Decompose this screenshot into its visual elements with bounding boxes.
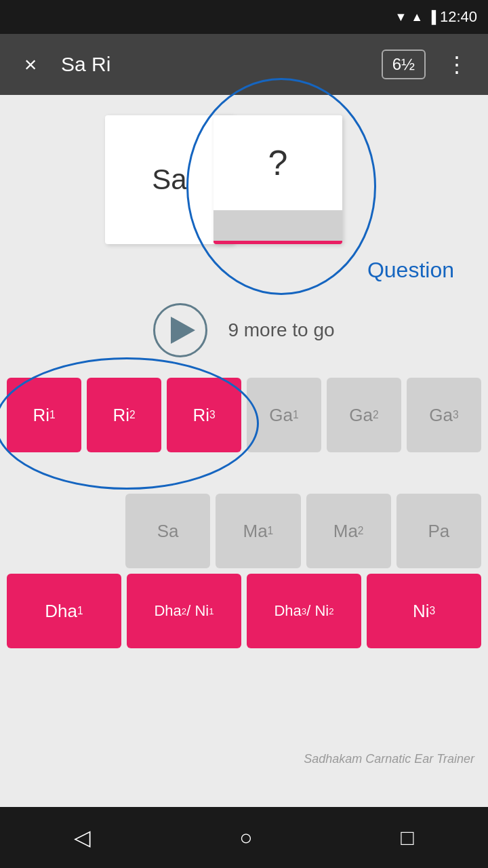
choice-ni3[interactable]: Ni3 xyxy=(367,574,481,648)
choice-pa[interactable]: Pa xyxy=(396,494,481,568)
choice-ri2[interactable]: Ri2 xyxy=(87,378,161,452)
home-button[interactable]: ○ xyxy=(219,818,272,857)
question-label: Question xyxy=(367,258,454,283)
status-icons: ▼ ▲ ▐ 12:40 xyxy=(395,8,477,26)
choices-row-2: Sa Ma1 Ma2 Pa xyxy=(119,494,488,568)
choice-ga3[interactable]: Ga3 xyxy=(407,378,481,452)
choice-ri1[interactable]: Ri1 xyxy=(7,378,81,452)
score-badge: 6½ xyxy=(382,50,426,79)
bottom-nav: ◁ ○ □ xyxy=(0,807,488,868)
choice-ga1[interactable]: Ga1 xyxy=(247,378,321,452)
choice-dha3-ni2[interactable]: Dha3 / Ni2 xyxy=(247,574,361,648)
choice-ri3[interactable]: Ri3 xyxy=(167,378,241,452)
choice-dha2-ni1[interactable]: Dha2 / Ni1 xyxy=(127,574,241,648)
recent-button[interactable]: □ xyxy=(380,818,434,857)
choices-row-3: Dha1 Dha2 / Ni1 Dha3 / Ni2 Ni3 xyxy=(0,574,488,648)
wifi-icon: ▼ xyxy=(395,10,407,24)
signal-icon: ▲ xyxy=(411,10,423,24)
choice-dha1[interactable]: Dha1 xyxy=(7,574,121,648)
play-area: 9 more to go xyxy=(153,303,334,357)
play-button[interactable] xyxy=(153,303,207,357)
question-mark: ? xyxy=(214,115,342,210)
choices-row-1: Ri1 Ri2 Ri3 Ga1 Ga2 Ga3 xyxy=(0,378,488,452)
choice-ga2[interactable]: Ga2 xyxy=(327,378,401,452)
back-button[interactable]: ◁ xyxy=(54,818,111,857)
more-to-go-text: 9 more to go xyxy=(228,319,334,341)
question-card: ? xyxy=(214,115,342,244)
battery-icon: ▐ xyxy=(427,10,436,24)
status-time: 12:40 xyxy=(440,8,477,26)
more-button[interactable]: ⋮ xyxy=(439,52,474,77)
choice-sa[interactable]: Sa xyxy=(125,494,210,568)
top-bar: × Sa Ri 6½ ⋮ xyxy=(0,34,488,95)
choice-ma2[interactable]: Ma2 xyxy=(306,494,391,568)
close-button[interactable]: × xyxy=(14,52,47,77)
cards-area: Sa ? xyxy=(105,115,342,244)
question-card-wrapper: ? xyxy=(214,115,342,244)
choice-ma1[interactable]: Ma1 xyxy=(216,494,300,568)
play-icon xyxy=(171,317,195,344)
watermark: Sadhakam Carnatic Ear Trainer xyxy=(304,752,474,766)
pink-bar xyxy=(214,241,342,244)
card-bottom xyxy=(214,210,342,244)
choices-section: Ri1 Ri2 Ri3 Ga1 Ga2 Ga3 Choices Sa Ma1 M… xyxy=(0,378,488,648)
page-title: Sa Ri xyxy=(61,53,368,76)
main-content: Sa ? Question 9 more to go Ri1 Ri2 xyxy=(0,95,488,834)
status-bar: ▼ ▲ ▐ 12:40 xyxy=(0,0,488,34)
